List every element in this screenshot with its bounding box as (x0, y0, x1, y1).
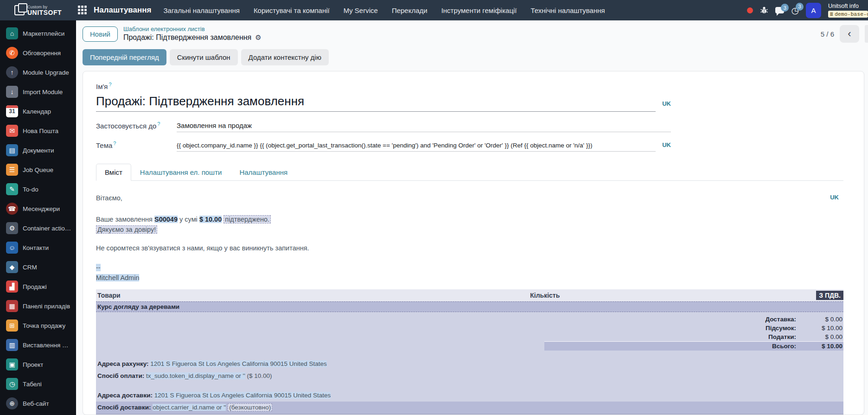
sidebar-item-dashboards[interactable]: ▦Панелі приладів (0, 296, 76, 316)
new-button[interactable]: Новий (83, 26, 118, 42)
shipping-address-value[interactable]: 1201 S Figueroa St Los Angeles Californi… (154, 392, 331, 399)
pager-next-button[interactable] (865, 25, 868, 43)
subject-help-icon: ? (113, 140, 116, 146)
contacts-icon: ☺ (6, 242, 18, 254)
pager-previous-button[interactable]: ‹ (840, 25, 859, 43)
calendar-icon: 31 (6, 105, 18, 117)
delivery-free-placeholder[interactable]: (безкоштовно) (228, 403, 272, 411)
menu-translations[interactable]: Переклади (392, 5, 428, 16)
order-line-product[interactable]: Курс догляду за деревами (96, 301, 843, 312)
sidebar-item-messengers[interactable]: ☎Месенджери (0, 199, 76, 218)
subject-lang-button[interactable]: UK (662, 141, 671, 152)
messages-icon[interactable]: 3 (775, 7, 784, 13)
col-tax: З ПДВ. (816, 291, 843, 300)
sidebar-item-module-upgrade[interactable]: ↑Module Upgrade (0, 63, 76, 82)
billing-address-value[interactable]: 1201 S Figueroa St Los Angeles Californi… (150, 360, 327, 367)
user-avatar[interactable]: A (806, 3, 821, 18)
gear-icon[interactable]: ⚙ (255, 33, 261, 42)
activities-icon[interactable]: ◷ 3 (791, 6, 799, 15)
menu-general-settings[interactable]: Загальні налаштування (164, 5, 240, 16)
billing-address-row: Адреса рахунку: 1201 S Figueroa St Los A… (96, 358, 843, 370)
user-name: Unitsoft info (828, 3, 868, 9)
name-label: Ім'я? (96, 82, 671, 90)
import-module-icon: ↓ (6, 86, 18, 98)
sidebar-item-marketplaces[interactable]: ⌂Маркетплейси (0, 24, 76, 43)
sidebar-item-discuss[interactable]: ✆Обговорення (0, 43, 76, 63)
name-lang-button[interactable]: UK (662, 100, 671, 112)
menu-my-service[interactable]: My Service (344, 5, 378, 16)
email-body-editor[interactable]: UK Вітаємо, Ваше замовлення S00049 у сум… (96, 181, 843, 415)
user-menu[interactable]: Unitsoft info ≣demo-base-c (828, 3, 868, 18)
messengers-icon: ☎ (6, 203, 18, 215)
apps-menu-icon[interactable] (78, 6, 87, 15)
preview-button[interactable]: Попередній перегляд (83, 49, 166, 65)
sidebar-item-new-mail[interactable]: ✉Нова Пошта (0, 121, 76, 140)
debug-bug-icon[interactable] (760, 6, 768, 14)
menu-users-companies[interactable]: Користувачі та компанії (254, 5, 330, 16)
sidebar-item-point-of-sale[interactable]: ⊞Точка продажу (0, 316, 76, 335)
order-amount[interactable]: $ 10.00 (199, 216, 222, 223)
todo-icon: ✎ (6, 183, 18, 195)
sidebar-item-job-queue[interactable]: ☰Job Queue (0, 160, 76, 179)
documents-icon: ▤ (6, 144, 18, 156)
sidebar-item-project[interactable]: ▣Проект (0, 355, 76, 374)
body-lang-button[interactable]: UK (830, 194, 839, 201)
col-products: Товари (97, 292, 530, 299)
mail-icon: ✉ (6, 125, 18, 137)
timesheets-icon: ◷ (6, 378, 18, 390)
add-context-action-button[interactable]: Додати контекстну дію (241, 49, 329, 65)
breadcrumb-current-title: Продажі: Підтвердження замовлення (123, 33, 251, 42)
breadcrumb-parent-link[interactable]: Шаблони електронних листів (123, 26, 262, 33)
sidebar-item-todo[interactable]: ✎To-do (0, 179, 76, 199)
unitsoft-logo[interactable]: Custom by UNITSOFT (0, 0, 76, 20)
module-upgrade-icon: ↑ (6, 66, 18, 78)
sidebar-item-documents[interactable]: ▤Документи (0, 140, 76, 160)
order-summary-text: Ваше замовлення S00049 у сумі $ 10.00 пі… (96, 214, 843, 224)
database-icon: ≣ (830, 11, 833, 17)
sidebar-item-import-module[interactable]: ↓Import Module (0, 82, 76, 102)
payment-method-expression[interactable]: tx_sudo.token_id.display_name or '' (146, 372, 245, 379)
delivery-method-row: Спосіб доставки: object.carrier_id.name … (96, 402, 843, 414)
payment-method-row: Спосіб оплати: tx_sudo.token_id.display_… (96, 370, 843, 382)
activities-count-badge: 3 (796, 3, 804, 11)
tab-content[interactable]: Вміст (96, 164, 131, 181)
totals-block: Доставка:$ 0.00 Підсумок:$ 10.00 Податки… (544, 315, 843, 351)
pos-icon: ⊞ (6, 319, 18, 332)
action-buttons: Попередній перегляд Скинути шаблон Додат… (76, 49, 868, 65)
sidebar-item-website[interactable]: ⊕Веб-сайт (0, 394, 76, 413)
app-sidebar: ⌂Маркетплейси ✆Обговорення ↑Module Upgra… (0, 20, 76, 415)
confirmed-placeholder[interactable]: підтверджено. (223, 215, 271, 223)
record-pager[interactable]: 5 / 6 (821, 30, 834, 38)
control-panel: Новий Шаблони електронних листів Продажі… (76, 20, 868, 47)
sidebar-item-sales[interactable]: ▟Продажі (0, 277, 76, 296)
sidebar-item-container-actions[interactable]: ⚙Container actions (0, 218, 76, 238)
marketplace-icon: ⌂ (6, 27, 18, 39)
thanks-placeholder[interactable]: Дякуємо за довіру! (96, 225, 157, 234)
sidebar-item-calendar[interactable]: 31Календар (0, 102, 76, 121)
breadcrumb: Шаблони електронних листів Продажі: Підт… (123, 26, 262, 42)
order-reference[interactable]: S00049 (154, 216, 178, 223)
website-icon: ⊕ (6, 397, 18, 409)
total-row-grand: Всього:$ 10.00 (544, 341, 843, 351)
subject-input[interactable] (177, 140, 656, 152)
delivery-method-expression[interactable]: object.carrier_id.name or '' (153, 404, 226, 411)
note-text: Не соромтеся зв'язуватися з нами, якщо у… (96, 243, 843, 253)
total-row-subtotal: Підсумок:$ 10.00 (544, 324, 843, 332)
tab-email-settings[interactable]: Налаштування ел. пошти (131, 164, 231, 181)
name-input[interactable] (96, 93, 656, 112)
tab-settings[interactable]: Налаштування (230, 164, 296, 181)
menu-gamification-tools[interactable]: Інструменти геміфікації (441, 5, 517, 16)
sidebar-item-invoicing[interactable]: ▥Виставлення ра... (0, 335, 76, 355)
sidebar-item-contacts[interactable]: ☺Контакти (0, 238, 76, 257)
reset-template-button[interactable]: Скинути шаблон (170, 49, 238, 65)
logo-name: UNITSOFT (27, 9, 62, 16)
sidebar-item-timesheets[interactable]: ◷Табелі (0, 374, 76, 394)
menu-technical-settings[interactable]: Технічні налаштування (530, 5, 605, 16)
app-menu: Загальні налаштування Користувачі та ком… (164, 5, 605, 16)
applies-to-input[interactable] (177, 120, 671, 132)
shipping-address-row: Адреса доставки: 1201 S Figueroa St Los … (96, 389, 843, 402)
current-app-name[interactable]: Налаштування (94, 6, 152, 15)
sidebar-item-crm[interactable]: ◆CRM (0, 257, 76, 277)
order-summary-block: Доставка:$ 0.00 Підсумок:$ 10.00 Податки… (96, 312, 843, 415)
name-help-icon: ? (108, 82, 111, 87)
